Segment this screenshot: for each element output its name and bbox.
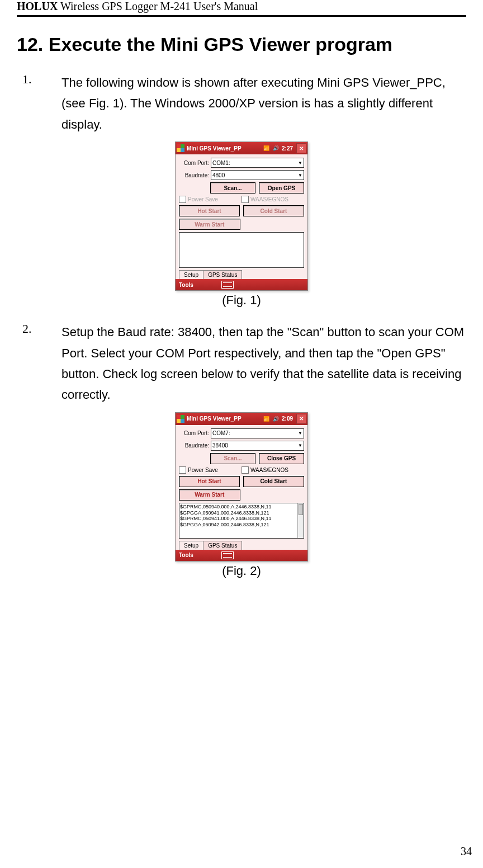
baudrate-label: Baudrate: (179, 442, 209, 449)
signal-icon: 📶 (263, 415, 271, 423)
warm-start-button[interactable]: Warm Start (179, 489, 240, 501)
waas-checkbox[interactable] (242, 196, 249, 203)
log-line: $GPGGA,050941.000,2446.8338,N,121 (180, 510, 303, 516)
scan-button[interactable]: Scan... (210, 453, 255, 464)
baudrate-label: Baudrate: (179, 172, 209, 178)
scrollbar-thumb[interactable] (299, 504, 303, 515)
list-number: 2. (17, 322, 61, 405)
tab-gps-status[interactable]: GPS Status (203, 541, 242, 550)
scan-button[interactable]: Scan... (210, 182, 255, 194)
tab-setup[interactable]: Setup (179, 270, 203, 279)
hot-start-button[interactable]: Hot Start (179, 205, 240, 216)
chevron-down-icon: ▼ (298, 443, 302, 448)
signal-icon: 📶 (263, 144, 271, 152)
fig1-titlebar: Mini GPS Viewer_PP 📶 🔊 2:27 ✕ (176, 142, 307, 154)
fig1-caption: (Fig. 1) (17, 293, 466, 308)
powersave-checkbox[interactable] (179, 196, 186, 203)
log-line: $GPRMC,050940.000,A,2446.8338,N,11 (180, 504, 303, 510)
com-port-select[interactable]: COM1: ▼ (211, 158, 304, 168)
baudrate-select[interactable]: 4800 ▼ (211, 170, 304, 180)
scrollbar[interactable] (297, 503, 304, 538)
fig1-title: Mini GPS Viewer_PP (187, 145, 261, 152)
figure-1: Mini GPS Viewer_PP 📶 🔊 2:27 ✕ Com Port: … (17, 141, 466, 308)
waas-label: WAAS/EGNOS (250, 467, 288, 473)
waas-label: WAAS/EGNOS (250, 196, 288, 202)
tools-menu[interactable]: Tools (179, 552, 193, 558)
windows-logo-icon (177, 144, 184, 152)
baudrate-value: 38400 (212, 442, 228, 449)
windows-logo-icon (177, 415, 184, 423)
fig2-title: Mini GPS Viewer_PP (187, 416, 261, 422)
open-gps-button[interactable]: Open GPS (259, 182, 304, 194)
com-port-value: COM7: (212, 430, 230, 436)
com-port-value: COM1: (212, 160, 230, 166)
speaker-icon: 🔊 (272, 144, 280, 152)
waas-checkbox[interactable] (242, 466, 249, 474)
brand-rest: Wireless GPS Logger M-241 User's Manual (58, 0, 258, 12)
figure-2: Mini GPS Viewer_PP 📶 🔊 2:09 ✕ Com Port: … (17, 412, 466, 578)
log-line: $GPGGA,050942.000,2446.8338,N,121 (180, 522, 303, 528)
com-port-select[interactable]: COM7: ▼ (211, 428, 304, 438)
list-text: The following window is shown after exec… (61, 72, 466, 135)
tools-menu[interactable]: Tools (179, 282, 193, 288)
cold-start-button[interactable]: Cold Start (243, 476, 304, 487)
tab-setup[interactable]: Setup (179, 541, 203, 550)
cold-start-button[interactable]: Cold Start (243, 205, 304, 216)
list-item: 1. The following window is shown after e… (17, 72, 466, 135)
keyboard-icon[interactable] (221, 551, 234, 559)
com-port-label: Com Port: (179, 430, 209, 436)
powersave-label: Power Save (188, 467, 218, 473)
list-number: 1. (17, 72, 61, 135)
close-gps-button[interactable]: Close GPS (259, 453, 304, 464)
list-text: Setup the Baud rate: 38400, then tap the… (61, 322, 466, 405)
close-icon[interactable]: ✕ (296, 143, 306, 153)
manual-header: HOLUX Wireless GPS Logger M-241 User's M… (17, 0, 466, 17)
hot-start-button[interactable]: Hot Start (179, 476, 240, 487)
chevron-down-icon: ▼ (298, 173, 302, 178)
log-line: $GPRMC,050941.000,A,2446.8338,N,11 (180, 516, 303, 522)
fig2-caption: (Fig. 2) (17, 564, 466, 578)
com-port-label: Com Port: (179, 160, 209, 166)
section-title: 12. Execute the Mini GPS Viewer program (17, 34, 466, 55)
powersave-label: Power Save (188, 196, 218, 202)
chevron-down-icon: ▼ (298, 161, 302, 166)
brand-bold: HOLUX (17, 0, 58, 12)
log-output (179, 232, 304, 268)
log-output: $GPRMC,050940.000,A,2446.8338,N,11 $GPGG… (179, 503, 304, 539)
fig2-time: 2:09 (282, 416, 293, 422)
warm-start-button[interactable]: Warm Start (179, 219, 240, 230)
speaker-icon: 🔊 (272, 415, 280, 423)
list-item: 2. Setup the Baud rate: 38400, then tap … (17, 322, 466, 405)
close-icon[interactable]: ✕ (296, 414, 306, 424)
baudrate-select[interactable]: 38400 ▼ (211, 441, 304, 451)
powersave-checkbox[interactable] (179, 466, 186, 474)
baudrate-value: 4800 (212, 172, 225, 178)
keyboard-icon[interactable] (221, 281, 234, 289)
fig1-device: Mini GPS Viewer_PP 📶 🔊 2:27 ✕ Com Port: … (175, 141, 308, 291)
chevron-down-icon: ▼ (298, 431, 302, 436)
tab-gps-status[interactable]: GPS Status (203, 270, 242, 279)
fig1-time: 2:27 (282, 145, 293, 152)
fig2-titlebar: Mini GPS Viewer_PP 📶 🔊 2:09 ✕ (176, 413, 307, 425)
fig2-device: Mini GPS Viewer_PP 📶 🔊 2:09 ✕ Com Port: … (175, 412, 308, 562)
